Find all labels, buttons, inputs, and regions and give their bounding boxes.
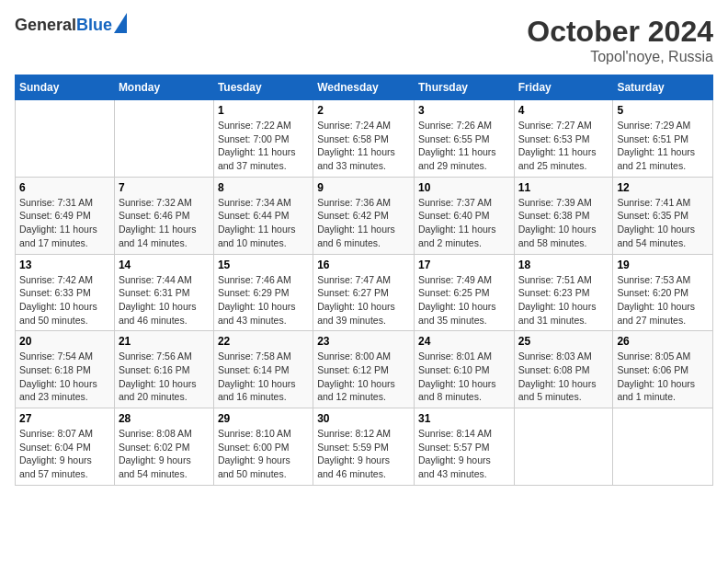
- day-info: Sunrise: 7:46 AM Sunset: 6:29 PM Dayligh…: [218, 273, 309, 327]
- day-number: 24: [418, 335, 510, 348]
- calendar-cell: 15Sunrise: 7:46 AM Sunset: 6:29 PM Dayli…: [213, 254, 313, 331]
- day-number: 1: [218, 104, 309, 117]
- calendar-cell: 17Sunrise: 7:49 AM Sunset: 6:25 PM Dayli…: [414, 254, 514, 331]
- calendar-cell: [613, 408, 713, 486]
- day-info: Sunrise: 8:12 AM Sunset: 5:59 PM Dayligh…: [317, 427, 410, 481]
- calendar-cell: [514, 408, 613, 486]
- calendar-cell: 25Sunrise: 8:03 AM Sunset: 6:08 PM Dayli…: [514, 331, 613, 408]
- calendar-cell: 13Sunrise: 7:42 AM Sunset: 6:33 PM Dayli…: [16, 254, 115, 331]
- day-number: 25: [518, 335, 609, 348]
- logo-icon: [114, 13, 127, 33]
- day-info: Sunrise: 7:22 AM Sunset: 7:00 PM Dayligh…: [218, 119, 309, 173]
- week-row-1: 1Sunrise: 7:22 AM Sunset: 7:00 PM Daylig…: [16, 100, 713, 178]
- calendar-cell: 12Sunrise: 7:41 AM Sunset: 6:35 PM Dayli…: [613, 177, 713, 254]
- day-number: 4: [518, 104, 609, 117]
- day-info: Sunrise: 7:29 AM Sunset: 6:51 PM Dayligh…: [617, 119, 709, 173]
- day-number: 20: [19, 335, 110, 348]
- day-number: 7: [119, 181, 210, 194]
- calendar-cell: 2Sunrise: 7:24 AM Sunset: 6:58 PM Daylig…: [313, 100, 415, 178]
- day-number: 5: [617, 104, 709, 117]
- day-info: Sunrise: 8:05 AM Sunset: 6:06 PM Dayligh…: [617, 350, 709, 404]
- day-info: Sunrise: 7:47 AM Sunset: 6:27 PM Dayligh…: [317, 273, 410, 327]
- day-number: 8: [218, 181, 309, 194]
- calendar-cell: 18Sunrise: 7:51 AM Sunset: 6:23 PM Dayli…: [514, 254, 613, 331]
- calendar-cell: 20Sunrise: 7:54 AM Sunset: 6:18 PM Dayli…: [16, 331, 115, 408]
- calendar-cell: 14Sunrise: 7:44 AM Sunset: 6:31 PM Dayli…: [114, 254, 213, 331]
- calendar-cell: 7Sunrise: 7:32 AM Sunset: 6:46 PM Daylig…: [114, 177, 213, 254]
- calendar-cell: 16Sunrise: 7:47 AM Sunset: 6:27 PM Dayli…: [313, 254, 415, 331]
- day-header-thursday: Thursday: [414, 75, 514, 100]
- day-number: 11: [518, 181, 609, 194]
- calendar-header-row: SundayMondayTuesdayWednesdayThursdayFrid…: [16, 75, 713, 100]
- calendar-cell: 6Sunrise: 7:31 AM Sunset: 6:49 PM Daylig…: [16, 177, 115, 254]
- week-row-2: 6Sunrise: 7:31 AM Sunset: 6:49 PM Daylig…: [16, 177, 713, 254]
- page-subtitle: Topol'noye, Russia: [527, 49, 713, 65]
- day-number: 16: [317, 259, 410, 271]
- day-number: 14: [119, 259, 210, 271]
- calendar-cell: 1Sunrise: 7:22 AM Sunset: 7:00 PM Daylig…: [213, 100, 313, 178]
- day-header-monday: Monday: [114, 75, 213, 100]
- day-number: 6: [19, 181, 110, 194]
- day-header-friday: Friday: [514, 75, 613, 100]
- day-info: Sunrise: 7:54 AM Sunset: 6:18 PM Dayligh…: [19, 350, 110, 404]
- day-header-tuesday: Tuesday: [213, 75, 313, 100]
- logo-blue: Blue: [76, 16, 112, 34]
- day-info: Sunrise: 7:39 AM Sunset: 6:38 PM Dayligh…: [518, 196, 609, 250]
- day-info: Sunrise: 7:51 AM Sunset: 6:23 PM Dayligh…: [518, 273, 609, 327]
- week-row-3: 13Sunrise: 7:42 AM Sunset: 6:33 PM Dayli…: [16, 254, 713, 331]
- day-info: Sunrise: 7:27 AM Sunset: 6:53 PM Dayligh…: [518, 119, 609, 173]
- week-row-5: 27Sunrise: 8:07 AM Sunset: 6:04 PM Dayli…: [16, 408, 713, 486]
- calendar-cell: 24Sunrise: 8:01 AM Sunset: 6:10 PM Dayli…: [414, 331, 514, 408]
- logo: GeneralBlue: [15, 15, 127, 35]
- day-number: 27: [19, 412, 110, 425]
- calendar-cell: 5Sunrise: 7:29 AM Sunset: 6:51 PM Daylig…: [613, 100, 713, 178]
- calendar-cell: 22Sunrise: 7:58 AM Sunset: 6:14 PM Dayli…: [213, 331, 313, 408]
- calendar-cell: 4Sunrise: 7:27 AM Sunset: 6:53 PM Daylig…: [514, 100, 613, 178]
- calendar-cell: 28Sunrise: 8:08 AM Sunset: 6:02 PM Dayli…: [114, 408, 213, 486]
- day-number: 12: [617, 181, 709, 194]
- logo-general: General: [15, 16, 76, 34]
- day-info: Sunrise: 7:36 AM Sunset: 6:42 PM Dayligh…: [317, 196, 410, 250]
- day-number: 22: [218, 335, 309, 348]
- calendar-cell: 8Sunrise: 7:34 AM Sunset: 6:44 PM Daylig…: [213, 177, 313, 254]
- day-number: 28: [119, 412, 210, 425]
- day-info: Sunrise: 7:24 AM Sunset: 6:58 PM Dayligh…: [317, 119, 410, 173]
- day-header-wednesday: Wednesday: [313, 75, 415, 100]
- calendar-cell: 10Sunrise: 7:37 AM Sunset: 6:40 PM Dayli…: [414, 177, 514, 254]
- day-number: 19: [617, 259, 709, 271]
- day-number: 30: [317, 412, 410, 425]
- day-number: 29: [218, 412, 309, 425]
- page-header: GeneralBlue October 2024 Topol'noye, Rus…: [15, 15, 713, 65]
- calendar-cell: 31Sunrise: 8:14 AM Sunset: 5:57 PM Dayli…: [414, 408, 514, 486]
- calendar-cell: 26Sunrise: 8:05 AM Sunset: 6:06 PM Dayli…: [613, 331, 713, 408]
- page-title: October 2024: [527, 15, 713, 49]
- calendar-cell: 11Sunrise: 7:39 AM Sunset: 6:38 PM Dayli…: [514, 177, 613, 254]
- day-info: Sunrise: 8:00 AM Sunset: 6:12 PM Dayligh…: [317, 350, 410, 404]
- day-number: 15: [218, 259, 309, 271]
- calendar-cell: 3Sunrise: 7:26 AM Sunset: 6:55 PM Daylig…: [414, 100, 514, 178]
- calendar-cell: 30Sunrise: 8:12 AM Sunset: 5:59 PM Dayli…: [313, 408, 415, 486]
- title-block: October 2024 Topol'noye, Russia: [527, 15, 713, 65]
- day-info: Sunrise: 7:53 AM Sunset: 6:20 PM Dayligh…: [617, 273, 709, 327]
- day-number: 26: [617, 335, 709, 348]
- day-number: 17: [418, 259, 510, 271]
- day-number: 10: [418, 181, 510, 194]
- day-number: 2: [317, 104, 410, 117]
- day-number: 21: [119, 335, 210, 348]
- day-number: 13: [19, 259, 110, 271]
- day-number: 18: [518, 259, 609, 271]
- day-header-saturday: Saturday: [613, 75, 713, 100]
- day-info: Sunrise: 8:08 AM Sunset: 6:02 PM Dayligh…: [119, 427, 210, 481]
- calendar-cell: 29Sunrise: 8:10 AM Sunset: 6:00 PM Dayli…: [213, 408, 313, 486]
- day-info: Sunrise: 8:14 AM Sunset: 5:57 PM Dayligh…: [418, 427, 510, 481]
- day-number: 31: [418, 412, 510, 425]
- day-number: 23: [317, 335, 410, 348]
- day-number: 9: [317, 181, 410, 194]
- day-info: Sunrise: 8:01 AM Sunset: 6:10 PM Dayligh…: [418, 350, 510, 404]
- calendar-cell: 19Sunrise: 7:53 AM Sunset: 6:20 PM Dayli…: [613, 254, 713, 331]
- day-info: Sunrise: 7:58 AM Sunset: 6:14 PM Dayligh…: [218, 350, 309, 404]
- calendar-cell: 27Sunrise: 8:07 AM Sunset: 6:04 PM Dayli…: [16, 408, 115, 486]
- day-number: 3: [418, 104, 510, 117]
- day-info: Sunrise: 7:42 AM Sunset: 6:33 PM Dayligh…: [19, 273, 110, 327]
- day-info: Sunrise: 8:03 AM Sunset: 6:08 PM Dayligh…: [518, 350, 609, 404]
